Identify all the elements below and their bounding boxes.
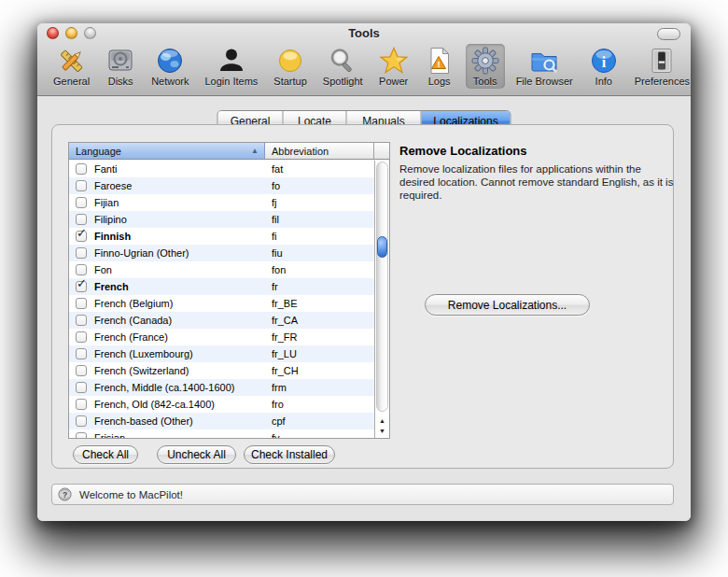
table-row[interactable]: Fijianfj: [69, 194, 374, 211]
check-all-button[interactable]: Check All: [73, 445, 138, 464]
vertical-scrollbar[interactable]: ▲ ▼: [374, 161, 389, 438]
checkbox-unchecked[interactable]: [76, 247, 87, 259]
checkbox-unchecked[interactable]: [76, 214, 87, 225]
window-title: Tools: [37, 26, 691, 40]
check-installed-button[interactable]: Check Installed: [244, 445, 335, 464]
language-cell: Faroese: [94, 180, 265, 191]
checkbox-checked[interactable]: ✓: [76, 281, 87, 292]
table-row[interactable]: French, Middle (ca.1400-1600)frm: [69, 379, 374, 396]
scroll-down-arrow-icon[interactable]: ▼: [375, 426, 389, 436]
toolbar-item-spotlight[interactable]: Spotlight: [318, 44, 368, 89]
abbreviation-cell: fy: [265, 432, 374, 438]
status-bar: ? Welcome to MacPilot!: [51, 484, 674, 505]
table-row[interactable]: Finno-Ugrian (Other)fiu: [69, 245, 374, 261]
macpilot-tools-window: Tools GeneralDisksNetworkLogin ItemsStar…: [37, 23, 691, 521]
toolbar-item-network[interactable]: Network: [147, 44, 193, 89]
toolbar-item-file-browser[interactable]: File Browser: [511, 44, 578, 89]
checkbox-unchecked[interactable]: [76, 399, 87, 410]
table-row[interactable]: French (Luxembourg)fr_LU: [69, 345, 374, 362]
table-body: FantifatFaroesefoFijianfjFilipinofil✓Fin…: [69, 161, 374, 438]
toolbar-item-label: Info: [595, 76, 612, 87]
localizations-panel: Language ▲ Abbreviation FantifatFaroesef…: [51, 124, 674, 469]
toolbar-item-label: Power: [379, 76, 408, 87]
toolbar-item-preferences[interactable]: Preferences: [630, 44, 694, 89]
file-browser-icon: [529, 46, 559, 76]
abbreviation-cell: fi: [265, 231, 374, 242]
table-row[interactable]: French (Belgium)fr_BE: [69, 295, 374, 312]
toolbar-item-power[interactable]: Power: [374, 44, 413, 89]
table-row[interactable]: French-based (Other)cpf: [69, 413, 374, 429]
login-items-icon: [217, 46, 246, 76]
column-header-language[interactable]: Language ▲: [69, 143, 265, 159]
abbreviation-cell: fr_BE: [265, 298, 374, 309]
table-row[interactable]: ✓Finnishfi: [69, 228, 374, 245]
table-row[interactable]: ✓Frenchfr: [69, 278, 374, 295]
status-message: Welcome to MacPilot!: [79, 489, 183, 500]
column-header-spacer: [374, 143, 389, 159]
language-cell: French (France): [94, 331, 265, 343]
checkbox-unchecked[interactable]: [76, 180, 87, 191]
toolbar-item-startup[interactable]: Startup: [269, 44, 311, 89]
language-cell: French, Old (842-ca.1400): [94, 399, 265, 410]
toolbar-item-info[interactable]: iInfo: [584, 44, 623, 89]
checkbox-unchecked[interactable]: [76, 298, 87, 309]
toolbar-toggle-button[interactable]: [657, 28, 680, 40]
toolbar-item-label: Disks: [108, 76, 133, 87]
toolbar-item-disks[interactable]: Disks: [101, 44, 140, 89]
table-row[interactable]: Fantifat: [69, 161, 374, 177]
scrollbar-track[interactable]: [376, 162, 388, 412]
scroll-up-arrow-icon[interactable]: ▲: [375, 415, 389, 426]
checkbox-unchecked[interactable]: [76, 415, 87, 427]
checkbox-unchecked[interactable]: [76, 315, 87, 326]
abbreviation-cell: fr_CH: [265, 365, 374, 376]
abbreviation-cell: fiu: [265, 247, 374, 259]
scrollbar-arrows: ▲ ▼: [375, 415, 389, 436]
checkbox-unchecked[interactable]: [76, 264, 87, 275]
language-cell: Finno-Ugrian (Other): [94, 247, 265, 259]
checkbox-unchecked[interactable]: [76, 197, 87, 208]
toolbar-item-general[interactable]: General: [49, 44, 94, 89]
toolbar-item-login-items[interactable]: Login Items: [200, 44, 262, 89]
checkbox-unchecked[interactable]: [76, 331, 87, 343]
titlebar[interactable]: Tools: [37, 23, 691, 42]
remove-localizations-heading: Remove Localizations: [399, 144, 527, 158]
tools-icon: [470, 46, 500, 76]
uncheck-all-button[interactable]: Uncheck All: [157, 445, 236, 464]
table-row[interactable]: Frisianfy: [69, 429, 374, 438]
checkbox-unchecked[interactable]: [76, 382, 87, 393]
table-row[interactable]: French (Switzerland)fr_CH: [69, 362, 374, 379]
column-header-language-label: Language: [76, 146, 121, 157]
column-header-abbreviation-label: Abbreviation: [272, 146, 329, 157]
abbreviation-cell: frm: [265, 382, 374, 393]
checkbox-unchecked[interactable]: [76, 432, 87, 438]
abbreviation-cell: fj: [265, 197, 374, 208]
remove-localizations-button[interactable]: Remove Localizations...: [425, 294, 590, 316]
table-row[interactable]: Fonfon: [69, 261, 374, 278]
abbreviation-cell: fat: [265, 163, 374, 175]
toolbar-item-logs[interactable]: !Logs: [420, 44, 459, 89]
table-row[interactable]: French (Canada)fr_CA: [69, 312, 374, 329]
abbreviation-cell: fr_FR: [265, 331, 374, 343]
checkbox-unchecked[interactable]: [76, 163, 87, 175]
language-cell: French: [94, 281, 265, 292]
checkbox-unchecked[interactable]: [76, 365, 87, 376]
remove-localizations-description: Remove localization files for applicatio…: [399, 162, 678, 202]
language-cell: French (Luxembourg): [94, 348, 265, 359]
logs-icon: !: [425, 46, 455, 76]
table-row[interactable]: Faroesefo: [69, 177, 374, 194]
desktop-background: Tools GeneralDisksNetworkLogin ItemsStar…: [0, 0, 728, 577]
table-row[interactable]: French (France)fr_FR: [69, 329, 374, 345]
checkbox-unchecked[interactable]: [76, 348, 87, 359]
spotlight-icon: [328, 46, 357, 76]
table-row[interactable]: French, Old (842-ca.1400)fro: [69, 396, 374, 413]
toolbar-item-tools[interactable]: Tools: [466, 44, 505, 89]
column-header-abbreviation[interactable]: Abbreviation: [265, 143, 374, 159]
checkbox-checked[interactable]: ✓: [76, 231, 87, 242]
info-icon: i: [589, 46, 619, 76]
language-cell: Filipino: [94, 214, 265, 225]
scrollbar-thumb[interactable]: [377, 236, 387, 258]
svg-text:?: ?: [63, 490, 67, 500]
svg-text:!: !: [437, 59, 440, 69]
checkmark-icon: ✓: [77, 226, 87, 240]
table-row[interactable]: Filipinofil: [69, 211, 374, 228]
